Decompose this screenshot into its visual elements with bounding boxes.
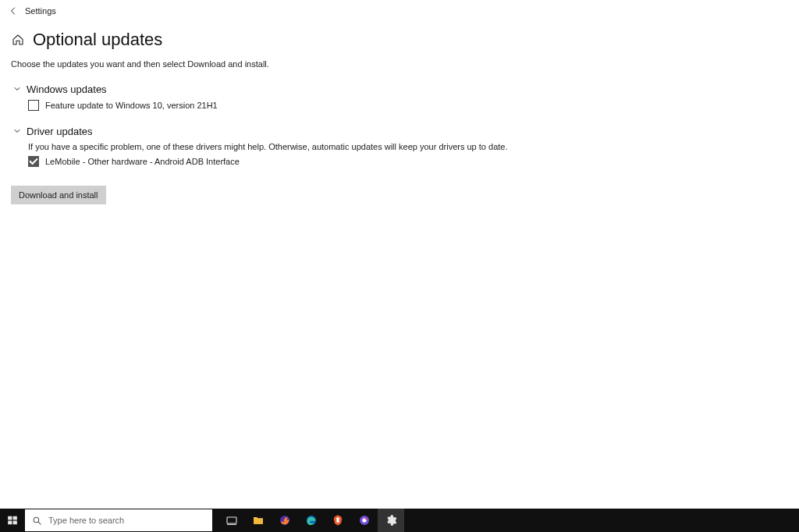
- windows-updates-title: Windows updates: [27, 83, 107, 95]
- windows-updates-toggle[interactable]: Windows updates: [11, 83, 788, 95]
- app-button[interactable]: [351, 509, 378, 532]
- svg-rect-2: [8, 521, 12, 525]
- svg-rect-1: [13, 516, 17, 520]
- brave-icon: [332, 514, 344, 527]
- driver-updates-title: Driver updates: [27, 126, 93, 137]
- brave-button[interactable]: [325, 509, 351, 532]
- file-explorer-button[interactable]: [245, 509, 272, 532]
- folder-icon: [252, 514, 265, 527]
- checkbox-checked[interactable]: [28, 156, 39, 167]
- task-view-button[interactable]: [218, 509, 245, 532]
- back-button[interactable]: [8, 5, 19, 16]
- task-view-icon: [225, 514, 238, 527]
- svg-rect-3: [13, 521, 17, 525]
- back-arrow-icon: [9, 6, 18, 16]
- driver-update-item-label: LeMobile - Other hardware - Android ADB …: [45, 157, 240, 166]
- driver-update-item[interactable]: LeMobile - Other hardware - Android ADB …: [28, 156, 788, 167]
- svg-rect-8: [254, 519, 263, 524]
- download-install-button[interactable]: Download and install: [11, 186, 106, 204]
- circle-app-icon: [358, 514, 371, 527]
- windows-update-item[interactable]: Feature update to Windows 10, version 21…: [28, 100, 788, 111]
- checkbox-unchecked[interactable]: [28, 100, 39, 111]
- page-title: Optional updates: [33, 30, 162, 50]
- taskbar-search[interactable]: Type here to search: [25, 509, 212, 531]
- svg-point-13: [365, 518, 368, 520]
- firefox-icon: [279, 514, 291, 527]
- breadcrumb: Settings: [25, 6, 56, 16]
- start-button[interactable]: [0, 509, 25, 532]
- windows-update-item-label: Feature update to Windows 10, version 21…: [45, 101, 218, 110]
- taskbar: Type here to search: [0, 509, 799, 532]
- driver-updates-toggle[interactable]: Driver updates: [11, 125, 788, 137]
- svg-rect-6: [227, 517, 236, 523]
- settings-taskbar-button[interactable]: [378, 509, 404, 532]
- search-icon: [31, 515, 42, 526]
- svg-rect-0: [8, 516, 12, 520]
- home-button[interactable]: [11, 33, 25, 47]
- chevron-down-icon: [11, 125, 23, 137]
- firefox-button[interactable]: [272, 509, 298, 532]
- windows-logo-icon: [7, 515, 18, 526]
- svg-line-5: [38, 522, 41, 524]
- home-icon: [12, 34, 24, 46]
- gear-icon: [385, 514, 397, 527]
- driver-updates-subtext: If you have a specific problem, one of t…: [28, 142, 788, 151]
- description-text: Choose the updates you want and then sel…: [0, 56, 799, 83]
- chevron-down-icon: [11, 83, 23, 95]
- svg-point-4: [34, 517, 39, 523]
- edge-button[interactable]: [298, 509, 325, 532]
- search-placeholder: Type here to search: [48, 516, 124, 525]
- edge-icon: [305, 514, 318, 527]
